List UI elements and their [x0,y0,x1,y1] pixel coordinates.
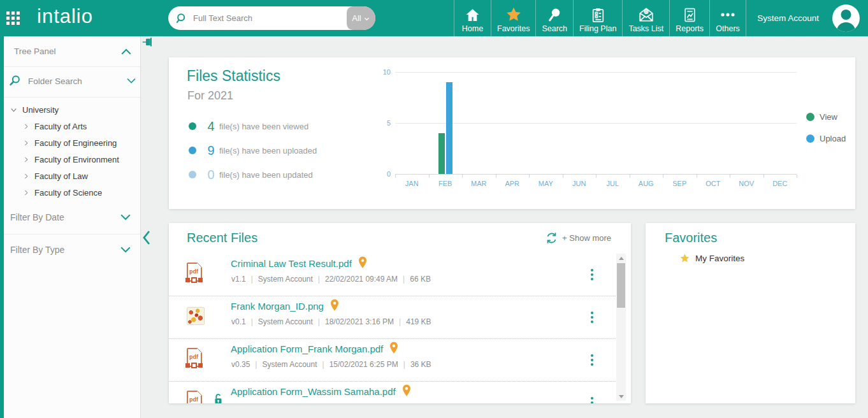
location-pin-icon[interactable] [358,256,368,271]
kebab-menu-icon[interactable] [586,394,598,403]
divider [4,66,140,67]
x-axis-label: JUL [596,180,630,187]
star-icon [505,6,522,24]
stat-label: file(s) have been viewed [219,122,308,131]
tree-node-faculty-of-environment[interactable]: Faculty of Environment [23,155,119,164]
favorites-title: Favorites [665,231,717,245]
scroll-down-icon[interactable] [616,392,626,401]
file-meta: v0.35|System Account|15/02/2021 6:25 PM|… [231,360,431,369]
favorites-card: Favorites My Favorites [646,223,855,403]
show-more-button[interactable]: + Show more [562,233,611,243]
gridline [395,123,797,124]
legend-dot [806,134,814,143]
tasks-list-icon [638,6,655,24]
file-row: pdfApplication Form_Frank Morgan.pdfv0.3… [169,339,616,382]
stat-row: 9file(s) have been uploaded [189,143,317,157]
chevron-up-icon[interactable] [120,47,132,56]
nav-item-home[interactable]: Home [454,0,491,36]
files-statistics-card: Files Statistics For 2021 4file(s) have … [169,57,855,209]
divider [4,234,140,234]
y-axis-tick: 0 [373,170,391,178]
scrollbar-thumb[interactable] [617,263,625,308]
kebab-menu-icon[interactable] [586,266,598,283]
filter-by-type-section[interactable]: Filter By Type [10,245,131,255]
file-meta: v0.1|System Account|18/02/2021 3:16 PM|4… [231,317,431,326]
refresh-icon[interactable] [546,232,558,244]
my-favorites-item[interactable]: My Favorites [679,253,744,264]
image-file-icon [187,307,205,325]
pdf-file-icon: pdf [187,348,202,367]
user-avatar[interactable] [832,4,860,32]
file-name-link[interactable]: Criminal Law Test Result.pdf [231,258,352,269]
nav-item-others[interactable]: Others [709,0,746,36]
chevron-right-icon[interactable] [23,189,29,196]
tree-node-faculty-of-engineering[interactable]: Faculty of Engineering [23,138,117,148]
tree-node-faculty-of-science[interactable]: Faculty of Science [23,188,102,198]
sidebar-collapse-icon[interactable] [142,229,151,246]
scrollbar[interactable] [616,254,626,401]
chevron-right-icon[interactable] [23,123,29,130]
tree-node-faculty-of-arts[interactable]: Faculty of Arts [23,122,87,131]
nav-item-label: Favorites [497,24,530,33]
legend-label: Upload [820,134,846,143]
x-axis-tick [596,175,597,178]
nav-item-filing-plan[interactable]: Filing Plan [573,0,622,36]
x-axis-label: MAY [529,180,563,187]
x-axis-tick [529,175,530,178]
location-pin-icon[interactable] [329,299,340,314]
tree-node-faculty-of-law[interactable]: Faculty of Law [23,171,88,181]
folder-search-input[interactable]: Folder Search [9,75,136,87]
tree-panel-header[interactable]: Tree Panel [14,47,132,56]
chevron-right-icon[interactable] [23,156,29,163]
file-meta-part: 36 KB [410,360,431,369]
apps-grid-icon[interactable] [6,11,21,26]
file-meta-part: 18/02/2021 3:16 PM [325,317,394,326]
filter-by-date-section[interactable]: Filter By Date [10,212,131,222]
search-scope-value: All [352,13,361,23]
scroll-up-icon[interactable] [616,254,626,263]
nav-item-tasks-list[interactable]: Tasks List [622,0,669,36]
tree-node-university[interactable]: University [10,105,59,115]
stat-dot [189,122,196,130]
nav-item-favorites[interactable]: Favorites [491,0,535,36]
file-meta-part: v0.35 [231,360,250,369]
app-logo[interactable]: intalio [37,5,93,28]
legend-label: View [820,112,837,122]
nav-item-label: Filing Plan [579,24,616,33]
kebab-menu-icon[interactable] [586,352,598,368]
file-meta-part: System Account [258,317,313,326]
x-axis-label: AUG [630,180,663,187]
stat-value: 9 [206,143,215,158]
stat-dot [189,171,196,178]
x-axis-label: DEC [763,180,797,187]
file-name-link[interactable]: Application Form_Frank Morgan.pdf [231,343,383,354]
file-name-link[interactable]: Frank Morgan_ID.png [231,301,324,312]
chevron-down-icon[interactable] [120,245,131,254]
pin-icon[interactable] [142,37,154,47]
apps-grid-glyph [6,11,21,26]
kebab-menu-icon[interactable] [586,309,598,326]
nav-item-search[interactable]: Search [535,0,573,36]
tree-panel-title: Tree Panel [14,47,56,56]
x-axis-tick [763,175,764,178]
file-row: pdfCriminal Law Test Result.pdfv1.1|Syst… [169,254,616,296]
search-scope-dropdown[interactable]: All [347,6,375,30]
chevron-down-icon[interactable] [120,213,131,222]
chevron-down-icon[interactable] [10,106,17,113]
chevron-right-icon[interactable] [23,173,29,180]
files-statistics-subtitle: For 2021 [187,89,233,103]
location-pin-icon[interactable] [389,342,399,357]
nav-item-reports[interactable]: Reports [669,0,709,36]
filter-by-date-label: Filter By Date [10,212,64,222]
full-text-search-input[interactable]: Full Text Search All [168,6,375,30]
x-axis-label: JAN [395,180,429,187]
location-pin-icon[interactable] [401,384,412,400]
legend-item-upload: Upload [806,134,846,143]
pdf-file-icon: pdf [187,263,202,282]
chevron-right-icon[interactable] [23,140,29,147]
files-statistics-title: Files Statistics [187,68,280,85]
file-name-link[interactable]: Application Form_Wassim Samaha.pdf [231,386,396,397]
x-axis-tick [462,175,463,178]
stat-label: file(s) have been updated [219,170,313,180]
chevron-down-icon[interactable] [126,77,136,85]
